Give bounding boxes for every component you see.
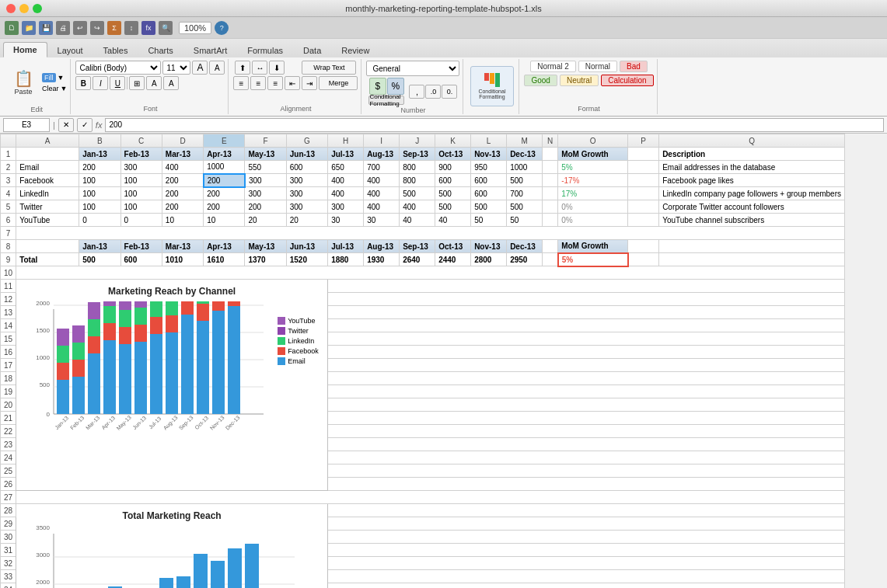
cell-row32[interactable] [328, 557, 845, 570]
align-middle-button[interactable]: ↔ [252, 61, 267, 75]
cell-l9[interactable]: 2800 [471, 253, 507, 266]
formula-icon[interactable]: fx [141, 21, 155, 35]
cell-k3[interactable]: 600 [435, 174, 471, 187]
row-num-28[interactable]: 28 [1, 504, 16, 517]
cell-a5[interactable]: Twitter [16, 200, 79, 214]
font-increase-button[interactable]: A [192, 61, 208, 75]
cell-m6[interactable]: 50 [507, 214, 543, 227]
cell-b3[interactable]: 100 [79, 174, 120, 187]
cell-k4[interactable]: 500 [435, 187, 471, 200]
close-button[interactable] [6, 4, 16, 13]
align-left-button[interactable]: ≡ [233, 76, 249, 90]
tab-home[interactable]: Home [3, 42, 47, 57]
cell-o4[interactable]: 17% [558, 187, 628, 200]
col-header-c[interactable]: C [120, 134, 162, 148]
row-num-10[interactable]: 10 [1, 266, 16, 280]
cell-row26[interactable] [328, 478, 845, 491]
font-name-select[interactable]: Calibri (Body) [75, 61, 161, 75]
cell-a1[interactable] [16, 148, 79, 161]
row-num-18[interactable]: 18 [1, 372, 16, 385]
cell-q8[interactable] [659, 240, 845, 253]
cell-m5[interactable]: 500 [507, 200, 543, 214]
cell-o9[interactable]: 5% [558, 253, 628, 266]
tab-review[interactable]: Review [331, 43, 379, 57]
cell-h2[interactable]: 650 [328, 161, 364, 174]
font-color-button[interactable]: A [163, 76, 179, 90]
cell-row18[interactable] [328, 372, 845, 385]
col-header-h[interactable]: H [328, 134, 364, 148]
cell-m3[interactable]: 500 [507, 174, 543, 187]
fill-dropdown[interactable]: ▼ [58, 74, 65, 82]
cell-k6[interactable]: 40 [435, 214, 471, 227]
cell-f8[interactable]: May-13 [245, 240, 286, 253]
cell-c8[interactable]: Feb-13 [120, 240, 162, 253]
col-header-p[interactable]: P [628, 134, 659, 148]
cell-i6[interactable]: 30 [364, 214, 400, 227]
cell-row24[interactable] [328, 451, 845, 464]
cell-chart2-right[interactable] [328, 504, 845, 517]
row-num-17[interactable]: 17 [1, 359, 16, 372]
row-num-12[interactable]: 12 [1, 293, 16, 306]
cell-c5[interactable]: 100 [120, 200, 162, 214]
cell-d3[interactable]: 200 [162, 174, 203, 187]
cell-f3[interactable]: 300 [245, 174, 286, 187]
cell-i9[interactable]: 1930 [364, 253, 400, 266]
row-num-23[interactable]: 23 [1, 438, 16, 451]
number-format-select[interactable]: General [366, 61, 459, 76]
row-num-14[interactable]: 14 [1, 319, 16, 332]
cell-e9[interactable]: 1610 [204, 253, 245, 266]
cell-n9[interactable] [543, 253, 558, 266]
cell-q6[interactable]: YouTube channel subscribers [659, 214, 845, 227]
row-num-3[interactable]: 3 [1, 174, 16, 187]
cell-n2[interactable] [543, 161, 558, 174]
row-num-7[interactable]: 7 [1, 227, 16, 240]
cell-e4[interactable]: 200 [204, 187, 245, 200]
cell-p3[interactable] [628, 174, 659, 187]
fill-color-button[interactable]: A [146, 76, 162, 90]
cell-p9[interactable] [628, 253, 659, 266]
cell-row16[interactable] [328, 346, 845, 359]
cell-n3[interactable] [543, 174, 558, 187]
decrease-decimal-button[interactable]: 0. [442, 85, 457, 99]
row-num-13[interactable]: 13 [1, 306, 16, 319]
redo-icon[interactable]: ↪ [90, 21, 104, 35]
cell-l8[interactable]: Nov-13 [471, 240, 507, 253]
cell-o2[interactable]: 5% [558, 161, 628, 174]
cell-i2[interactable]: 700 [364, 161, 400, 174]
sort-icon[interactable]: ↕ [124, 21, 138, 35]
cell-a4[interactable]: LinkedIn [16, 187, 79, 200]
cell-h4[interactable]: 400 [328, 187, 364, 200]
cell-row14[interactable] [328, 319, 845, 332]
font-decrease-button[interactable]: A [209, 61, 225, 75]
percent-icon[interactable]: % [387, 78, 404, 95]
cell-h9[interactable]: 1880 [328, 253, 364, 266]
cell-o3[interactable]: -17% [558, 174, 628, 187]
cell-row15[interactable] [328, 332, 845, 346]
align-bottom-button[interactable]: ⬇ [269, 61, 285, 75]
new-icon[interactable]: 🗋 [5, 21, 19, 35]
cell-d1[interactable]: Mar-13 [162, 148, 203, 161]
comma-button[interactable]: , [409, 85, 424, 99]
cell-row20[interactable] [328, 398, 845, 412]
cell-k5[interactable]: 500 [435, 200, 471, 214]
cell-i1[interactable]: Aug-13 [364, 148, 400, 161]
cell-c1[interactable]: Feb-13 [120, 148, 162, 161]
undo-icon[interactable]: ↩ [73, 21, 87, 35]
cell-a3[interactable]: Facebook [16, 174, 79, 187]
row-num-4[interactable]: 4 [1, 187, 16, 200]
cell-chart1-right[interactable] [328, 280, 845, 293]
cell-b1[interactable]: Jan-13 [79, 148, 120, 161]
cell-l2[interactable]: 950 [471, 161, 507, 174]
cell-b5[interactable]: 100 [79, 200, 120, 214]
cell-p1[interactable] [628, 148, 659, 161]
cell-n1[interactable] [543, 148, 558, 161]
cell-row25[interactable] [328, 464, 845, 478]
merge-button[interactable]: Merge [319, 76, 358, 90]
cell-k8[interactable]: Oct-13 [435, 240, 471, 253]
align-center-button[interactable]: ≡ [250, 76, 266, 90]
cell-n4[interactable] [543, 187, 558, 200]
cell-g6[interactable]: 20 [286, 214, 327, 227]
indent-decrease-button[interactable]: ⇤ [285, 76, 300, 90]
cell-n6[interactable] [543, 214, 558, 227]
cell-row12[interactable] [328, 293, 845, 306]
